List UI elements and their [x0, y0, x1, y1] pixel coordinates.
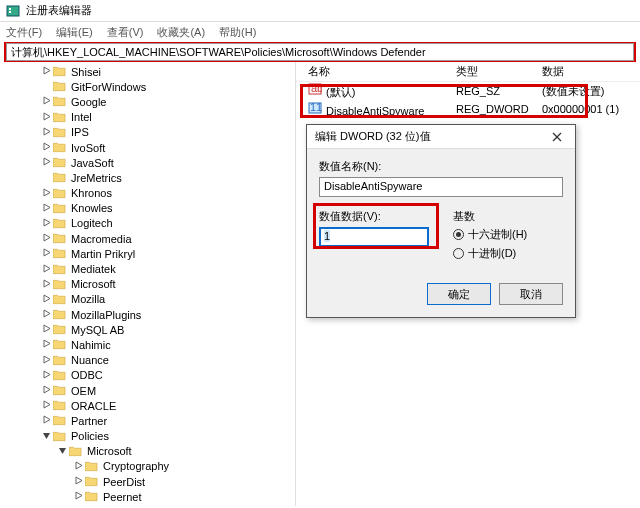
col-data[interactable]: 数据 [542, 64, 640, 79]
tree-item-label: IvoSoft [69, 142, 107, 154]
menu-favorites[interactable]: 收藏夹(A) [157, 25, 205, 40]
chevron-icon[interactable] [40, 248, 52, 259]
tree-item[interactable]: Policies [0, 429, 295, 444]
tree-item-label: JavaSoft [69, 157, 116, 169]
chevron-icon[interactable] [40, 203, 52, 214]
chevron-icon[interactable] [72, 461, 84, 472]
svg-text:110: 110 [310, 101, 322, 113]
chevron-icon[interactable] [40, 142, 52, 153]
tree-item[interactable]: PeerDist [0, 474, 295, 489]
close-icon[interactable] [543, 127, 571, 147]
tree-pane[interactable]: ShiseiGitForWindowsGoogleIntelIPSIvoSoft… [0, 62, 296, 506]
tree-item[interactable]: Nahimic [0, 337, 295, 352]
list-row[interactable]: 110DisableAntiSpywareREG_DWORD0x00000001… [296, 100, 640, 118]
tree-item[interactable]: Mozilla [0, 292, 295, 307]
chevron-icon[interactable] [40, 127, 52, 138]
tree-item[interactable]: Cryptography [0, 459, 295, 474]
svg-rect-1 [9, 8, 11, 10]
tree-item-label: Peernet [101, 491, 144, 503]
tree-item[interactable]: IvoSoft [0, 140, 295, 155]
chevron-icon[interactable] [40, 264, 52, 275]
chevron-icon[interactable] [56, 446, 68, 457]
tree-item[interactable]: Macromedia [0, 231, 295, 246]
chevron-icon[interactable] [40, 294, 52, 305]
tree-item-label: Shisei [69, 66, 103, 78]
folder-icon [52, 324, 66, 336]
tree-item[interactable]: Mediatek [0, 261, 295, 276]
data-field[interactable]: 1 [319, 227, 429, 247]
chevron-icon[interactable] [40, 415, 52, 426]
tree-item[interactable]: Peernet [0, 489, 295, 504]
tree-item-label: ODBC [69, 369, 105, 381]
tree-item[interactable]: Nuance [0, 353, 295, 368]
folder-icon [84, 491, 98, 503]
addressbar[interactable]: 计算机\HKEY_LOCAL_MACHINE\SOFTWARE\Policies… [6, 43, 634, 61]
svg-text:ab: ab [311, 82, 322, 94]
chevron-icon[interactable] [40, 431, 52, 442]
tree-item[interactable]: ODBC [0, 368, 295, 383]
chevron-icon[interactable] [40, 309, 52, 320]
tree-item[interactable]: MozillaPlugins [0, 307, 295, 322]
tree-item[interactable]: Logitech [0, 216, 295, 231]
tree-item[interactable]: Microsoft [0, 444, 295, 459]
chevron-icon[interactable] [40, 279, 52, 290]
name-field[interactable]: DisableAntiSpyware [319, 177, 563, 197]
folder-icon [68, 445, 82, 457]
chevron-icon[interactable] [40, 370, 52, 381]
chevron-icon[interactable] [40, 339, 52, 350]
radio-dot-icon [453, 229, 464, 240]
folder-icon [52, 339, 66, 351]
tree-item[interactable]: Microsoft [0, 277, 295, 292]
cancel-button[interactable]: 取消 [499, 283, 563, 305]
addressbar-path: 计算机\HKEY_LOCAL_MACHINE\SOFTWARE\Policies… [11, 45, 426, 60]
chevron-icon[interactable] [40, 400, 52, 411]
chevron-icon[interactable] [40, 188, 52, 199]
folder-icon [52, 309, 66, 321]
tree-item[interactable]: OEM [0, 383, 295, 398]
chevron-icon[interactable] [40, 66, 52, 77]
tree-item[interactable]: JavaSoft [0, 155, 295, 170]
tree-item[interactable]: Knowles [0, 201, 295, 216]
tree-item[interactable]: Google [0, 94, 295, 109]
tree-item[interactable]: Khronos [0, 186, 295, 201]
chevron-icon[interactable] [40, 385, 52, 396]
name-label: 数值名称(N): [319, 159, 563, 174]
tree-item-label: ORACLE [69, 400, 118, 412]
radio-dec[interactable]: 十进制(D) [453, 246, 563, 261]
tree-item[interactable]: Martin Prikryl [0, 246, 295, 261]
tree-item[interactable]: Partner [0, 413, 295, 428]
folder-icon [52, 354, 66, 366]
chevron-icon[interactable] [72, 491, 84, 502]
tree-item[interactable]: MySQL AB [0, 322, 295, 337]
tree-item[interactable]: ORACLE [0, 398, 295, 413]
radio-hex[interactable]: 十六进制(H) [453, 227, 563, 242]
folder-icon [52, 369, 66, 381]
col-name[interactable]: 名称 [308, 64, 456, 79]
col-type[interactable]: 类型 [456, 64, 542, 79]
tree-item[interactable]: Shisei [0, 64, 295, 79]
tree-item[interactable]: IPS [0, 125, 295, 140]
chevron-icon[interactable] [40, 96, 52, 107]
tree-item-label: Google [69, 96, 108, 108]
tree-item[interactable]: SQMClient [0, 504, 295, 506]
menu-file[interactable]: 文件(F) [6, 25, 42, 40]
chevron-icon[interactable] [72, 476, 84, 487]
tree-item[interactable]: GitForWindows [0, 79, 295, 94]
chevron-icon[interactable] [40, 324, 52, 335]
chevron-icon[interactable] [40, 112, 52, 123]
folder-icon [52, 430, 66, 442]
menu-view[interactable]: 查看(V) [107, 25, 144, 40]
chevron-icon[interactable] [40, 157, 52, 168]
chevron-icon[interactable] [40, 233, 52, 244]
ok-button[interactable]: 确定 [427, 283, 491, 305]
chevron-icon[interactable] [40, 218, 52, 229]
tree-item-label: Martin Prikryl [69, 248, 137, 260]
tree-item[interactable]: Intel [0, 110, 295, 125]
dialog-titlebar[interactable]: 编辑 DWORD (32 位)值 [307, 125, 575, 149]
list-row[interactable]: ab(默认)REG_SZ(数值未设置) [296, 82, 640, 100]
menu-edit[interactable]: 编辑(E) [56, 25, 93, 40]
menu-help[interactable]: 帮助(H) [219, 25, 256, 40]
folder-icon [52, 233, 66, 245]
tree-item[interactable]: JreMetrics [0, 170, 295, 185]
chevron-icon[interactable] [40, 355, 52, 366]
